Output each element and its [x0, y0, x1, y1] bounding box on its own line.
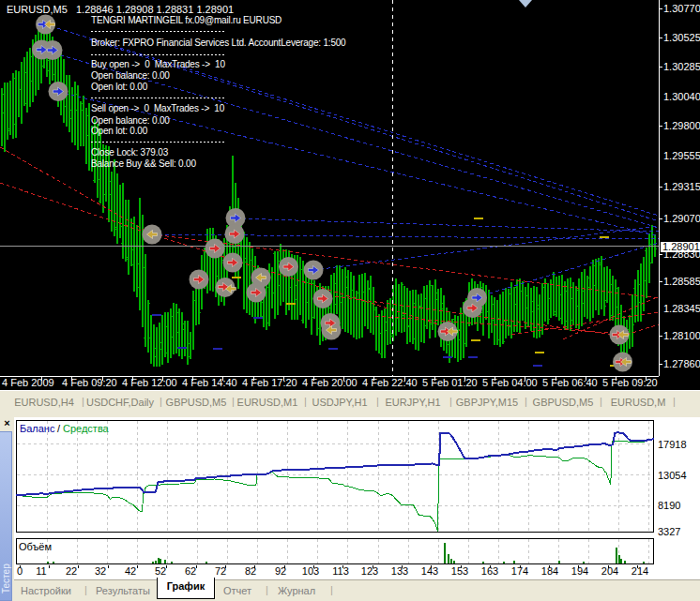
svg-text:62: 62 — [185, 565, 196, 577]
svg-text:1.30525: 1.30525 — [663, 32, 700, 43]
svg-text:1.29555: 1.29555 — [663, 150, 700, 161]
svg-text:4 Feb 22:40: 4 Feb 22:40 — [362, 377, 418, 388]
svg-text:Баланс: Баланс — [20, 423, 55, 434]
svg-text:Open lot: 0.00: Open lot: 0.00 — [91, 126, 148, 136]
svg-text:1.28585: 1.28585 — [663, 276, 700, 287]
svg-text:123: 123 — [361, 565, 378, 577]
svg-text:TENGRI MARTINGEIL fx.09@mail.r: TENGRI MARTINGEIL fx.09@mail.ru EURUSD — [91, 15, 282, 25]
svg-text:4 Feb 12:00: 4 Feb 12:00 — [122, 377, 177, 388]
svg-text:1.28100: 1.28100 — [663, 330, 700, 341]
svg-text:143: 143 — [421, 565, 438, 577]
svg-text:5 Feb 06:40: 5 Feb 06:40 — [542, 377, 598, 388]
svg-text:103: 103 — [302, 565, 319, 577]
svg-text:Sell open -> 0 MaxTrades ->: Sell open -> 0 MaxTrades -> 10 — [91, 103, 225, 113]
svg-text:Broker: FXPRO Financial Servic: Broker: FXPRO Financial Services Ltd. Ac… — [91, 38, 346, 48]
svg-text:194: 194 — [571, 565, 588, 577]
svg-text:174: 174 — [511, 565, 528, 577]
svg-text:4 Feb 20:00: 4 Feb 20:00 — [302, 377, 358, 388]
svg-text:72: 72 — [215, 565, 226, 577]
svg-text:5 Feb 04:00: 5 Feb 04:00 — [482, 377, 538, 388]
svg-text:Средства: Средства — [63, 423, 110, 434]
svg-text:133: 133 — [391, 565, 408, 577]
svg-text:42: 42 — [125, 565, 136, 577]
svg-text:214: 214 — [632, 565, 648, 577]
svg-text:82: 82 — [245, 565, 256, 577]
svg-text:1.29315: 1.29315 — [663, 181, 700, 192]
svg-text:1.28901: 1.28901 — [662, 241, 700, 252]
svg-text:5 Feb 01:20: 5 Feb 01:20 — [422, 377, 478, 388]
svg-text:32: 32 — [95, 565, 106, 577]
svg-text:153: 153 — [451, 565, 468, 577]
svg-text:4 Feb 2009: 4 Feb 2009 — [2, 377, 54, 388]
svg-text:1.28345: 1.28345 — [663, 303, 700, 314]
svg-text:1.29070: 1.29070 — [663, 213, 700, 224]
svg-text:1.29800: 1.29800 — [663, 120, 700, 131]
svg-text:1.30285: 1.30285 — [663, 61, 700, 72]
svg-text:1.30770: 1.30770 — [663, 3, 700, 14]
svg-text:113: 113 — [332, 565, 349, 577]
svg-text:4 Feb 14:40: 4 Feb 14:40 — [182, 377, 237, 388]
svg-text:Close Lock: 379.03: Close Lock: 379.03 — [91, 147, 169, 158]
svg-text:EURUSD,M5 1.28846 1.28908 1.: EURUSD,M5 1.28846 1.28908 1.28831 1.2890… — [7, 4, 234, 15]
svg-text:184: 184 — [541, 565, 558, 577]
svg-text:52: 52 — [155, 565, 166, 577]
svg-text:Open lot: 0.00: Open lot: 0.00 — [91, 82, 148, 92]
svg-text:4 Feb 17:20: 4 Feb 17:20 — [242, 377, 297, 388]
svg-text:8190: 8190 — [658, 500, 680, 511]
svg-text:204: 204 — [601, 565, 618, 577]
svg-text:22: 22 — [66, 565, 77, 577]
svg-text:Balance Buy && Sell: 0.00: Balance Buy && Sell: 0.00 — [91, 158, 196, 169]
svg-text:0: 0 — [17, 565, 23, 577]
svg-text:Объём: Объём — [19, 541, 52, 552]
svg-text:Open balance: 0.00: Open balance: 0.00 — [91, 70, 170, 81]
svg-text:Open balance: 0.00: Open balance: 0.00 — [91, 115, 170, 126]
svg-text:13054: 13054 — [658, 470, 687, 481]
svg-text:163: 163 — [481, 565, 498, 577]
svg-text:11: 11 — [36, 565, 46, 577]
svg-text:4 Feb 09:20: 4 Feb 09:20 — [62, 377, 117, 388]
svg-text:92: 92 — [275, 565, 286, 577]
svg-text:1.30040: 1.30040 — [663, 91, 700, 102]
svg-text:17918: 17918 — [658, 439, 687, 450]
svg-text:5 Feb 09:20: 5 Feb 09:20 — [602, 377, 658, 388]
svg-text:Buy open -> 0 MaxTrades ->: Buy open -> 0 MaxTrades -> 10 — [91, 59, 225, 69]
svg-text:1.27860: 1.27860 — [663, 358, 700, 369]
svg-text:3327: 3327 — [658, 526, 680, 537]
